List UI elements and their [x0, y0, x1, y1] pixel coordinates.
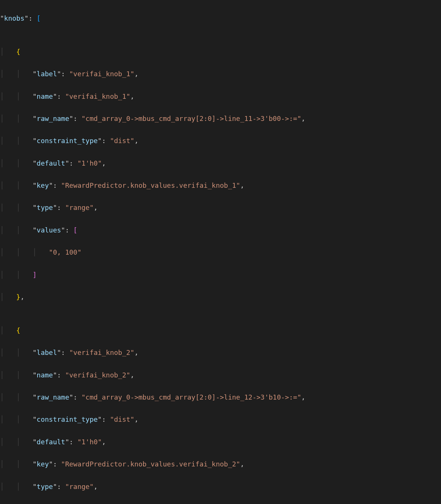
json-string: "1'h0" [77, 438, 102, 446]
code-line: │ │ "constraint_type": "dist", [0, 414, 441, 425]
code-line: │ │ "raw_name": "cmd_array_0->mbus_cmd_a… [0, 113, 441, 124]
json-string: "verifai_knob_1" [69, 70, 134, 78]
code-line: │ │ "name": "verifai_knob_1", [0, 91, 441, 102]
code-line: │ │ "key": "RewardPredictor.knob_values.… [0, 459, 441, 470]
json-string: "verifai_knob_2" [65, 371, 130, 379]
json-key: type [37, 483, 53, 490]
code-line: │ { [0, 46, 441, 57]
code-line: │ │ "key": "RewardPredictor.knob_values.… [0, 180, 441, 191]
code-line: │ }, [0, 291, 441, 303]
json-string: "verifai_knob_1" [65, 92, 130, 100]
json-key: type [37, 204, 53, 211]
json-key: raw_name [37, 115, 69, 122]
code-editor[interactable]: "knobs": [ │ { │ │ "label": "verifai_kno… [0, 0, 441, 504]
code-line: │ │ "constraint_type": "dist", [0, 135, 441, 146]
json-key: values [37, 226, 61, 234]
json-key: name [37, 371, 53, 379]
code-line: │ │ │ "0, 100" [0, 247, 441, 258]
code-line: │ │ "default": "1'h0", [0, 158, 441, 169]
code-line: │ │ "label": "verifai_knob_2", [0, 347, 441, 358]
code-line: │ │ "raw_name": "cmd_array_0->mbus_cmd_a… [0, 392, 441, 403]
json-string: "dist" [110, 415, 134, 423]
code-line: │ │ "type": "range", [0, 481, 441, 492]
code-line: │ { [0, 325, 441, 336]
json-key: label [37, 349, 57, 356]
json-key: default [37, 159, 65, 167]
json-string: "1'h0" [77, 159, 102, 167]
json-key: name [37, 92, 53, 100]
json-key: knobs [4, 14, 24, 22]
json-string: "cmd_array_0->mbus_cmd_array[2:0]->line_… [82, 115, 301, 122]
json-key: label [37, 70, 57, 78]
json-string: "range" [65, 204, 94, 211]
code-line: │ │ ] [0, 269, 441, 281]
json-string: "cmd_array_0->mbus_cmd_array[2:0]->line_… [82, 393, 301, 401]
json-string: "RewardPredictor.knob_values.verifai_kno… [61, 460, 240, 468]
code-line: "knobs": [ [0, 13, 441, 24]
json-string: "RewardPredictor.knob_values.verifai_kno… [61, 181, 240, 189]
json-key: raw_name [37, 393, 69, 401]
json-string: "dist" [110, 137, 134, 145]
code-line: │ │ "type": "range", [0, 202, 441, 213]
json-key: constraint_type [37, 137, 98, 145]
json-key: key [37, 460, 49, 468]
code-line: │ │ "default": "1'h0", [0, 436, 441, 448]
json-key: key [37, 181, 49, 189]
json-string: "0, 100" [49, 248, 82, 256]
code-line: │ │ "values": [ [0, 225, 441, 236]
code-line: │ │ "label": "verifai_knob_1", [0, 68, 441, 80]
json-string: "verifai_knob_2" [69, 349, 134, 356]
code-line: │ │ "name": "verifai_knob_2", [0, 370, 441, 381]
json-key: default [37, 438, 65, 446]
json-string: "range" [65, 483, 94, 490]
json-key: constraint_type [37, 415, 98, 423]
